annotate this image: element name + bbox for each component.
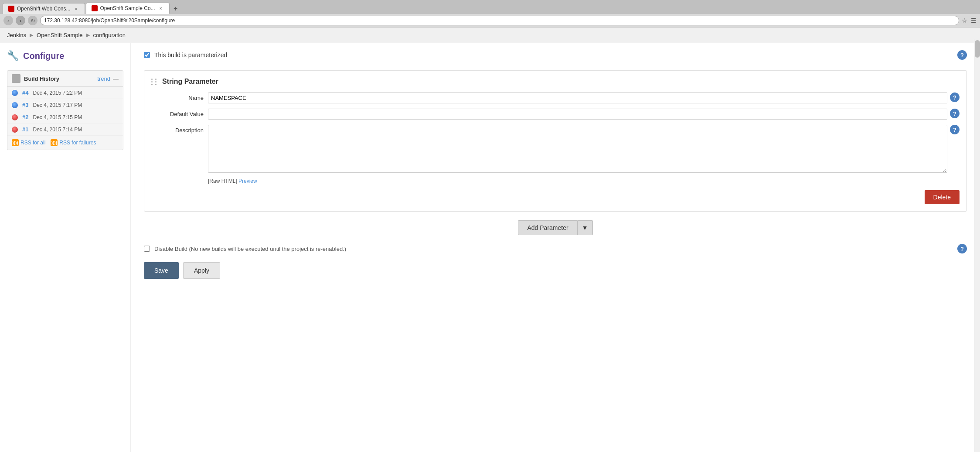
raw-html-row: [Raw HTML] Preview — [208, 178, 960, 184]
string-param-header: String Parameter — [151, 78, 960, 86]
build-history-icon — [12, 74, 20, 83]
delete-btn-row: Delete — [151, 190, 960, 204]
page-title: 🔧 Configure — [7, 50, 123, 62]
tab-1[interactable]: OpenShift Web Cons... × — [3, 3, 85, 14]
dash-icon: — — [113, 75, 119, 82]
parameterized-checkbox[interactable] — [144, 52, 150, 58]
add-param-button[interactable]: Add Parameter — [518, 220, 577, 235]
trend-link[interactable]: trend — [97, 75, 110, 82]
rss-all-label: RSS for all — [20, 140, 45, 146]
browser-icons: ☆ ☰ — [962, 17, 977, 24]
rss-failures-icon: )))) — [51, 139, 58, 146]
bottom-buttons: Save Apply — [144, 262, 967, 279]
default-value-label: Default Value — [151, 109, 204, 117]
default-value-row: Default Value ? — [151, 109, 960, 120]
build-link-3[interactable]: #3 — [22, 102, 28, 108]
name-row: Name ? — [151, 92, 960, 103]
drag-dot-4 — [155, 81, 157, 82]
new-tab-button[interactable]: + — [170, 3, 181, 14]
build-status-ball-1 — [12, 127, 18, 133]
parameterized-row: This build is parameterized ? — [144, 50, 967, 60]
wrench-icon: 🔧 — [7, 50, 19, 62]
rss-all-icon: )))) — [12, 139, 19, 146]
main-content: This build is parameterized ? — [131, 43, 980, 452]
tab-favicon-2 — [92, 5, 98, 11]
build-date-4: Dec 4, 2015 7:22 PM — [33, 90, 82, 96]
back-button[interactable]: ‹ — [3, 16, 13, 25]
raw-html-text: [Raw HTML] — [208, 178, 237, 184]
refresh-button[interactable]: ↻ — [28, 16, 37, 25]
page-layout: 🔧 Configure Build History trend — #4 Dec… — [0, 43, 980, 452]
disable-build-label[interactable]: Disable Build (No new builds will be exe… — [154, 246, 346, 252]
description-textarea[interactable] — [208, 125, 947, 173]
menu-icon[interactable]: ☰ — [971, 17, 977, 24]
build-status-ball-2 — [12, 114, 18, 120]
scrollbar-thumb — [975, 40, 980, 58]
description-row: Description ? — [151, 125, 960, 173]
drag-dot-5 — [151, 84, 153, 85]
rss-all-link[interactable]: )))) RSS for all — [12, 139, 45, 146]
string-param-section: String Parameter Name ? Default Value — [144, 70, 967, 212]
name-help-button[interactable]: ? — [950, 92, 960, 102]
breadcrumb-project[interactable]: OpenShift Sample — [37, 32, 83, 38]
address-bar-row: ‹ › ↻ ☆ ☰ — [0, 14, 980, 27]
build-link-2[interactable]: #2 — [22, 114, 28, 120]
tab-close-1[interactable]: × — [73, 6, 79, 12]
parameterized-label[interactable]: This build is parameterized — [154, 51, 227, 58]
parameterized-help-button[interactable]: ? — [957, 50, 967, 60]
build-history-panel: Build History trend — #4 Dec 4, 2015 7:2… — [7, 70, 123, 150]
tab-close-2[interactable]: × — [158, 5, 164, 11]
bookmark-icon[interactable]: ☆ — [962, 17, 967, 24]
description-help-button[interactable]: ? — [950, 125, 960, 134]
disable-build-help-button[interactable]: ? — [957, 244, 967, 253]
build-row-4: #4 Dec 4, 2015 7:22 PM — [7, 87, 123, 99]
tab-label-2: OpenShift Sample Co... — [100, 5, 155, 11]
tab-bar: OpenShift Web Cons... × OpenShift Sample… — [0, 0, 980, 14]
rss-row: )))) RSS for all )))) RSS for failures — [7, 136, 123, 150]
forward-button[interactable]: › — [16, 16, 25, 25]
breadcrumb-sep-1: ▶ — [30, 32, 33, 38]
tab-2[interactable]: OpenShift Sample Co... × — [86, 3, 170, 14]
drag-dot-6 — [155, 84, 157, 85]
tab-label-1: OpenShift Web Cons... — [17, 6, 71, 12]
build-link-4[interactable]: #4 — [22, 89, 28, 96]
rss-failures-link[interactable]: )))) RSS for failures — [51, 139, 96, 146]
build-row-1: #1 Dec 4, 2015 7:14 PM — [7, 123, 123, 136]
default-value-input[interactable] — [208, 109, 947, 120]
name-label: Name — [151, 92, 204, 101]
rss-failures-label: RSS for failures — [59, 140, 96, 146]
build-history-title: Build History — [24, 75, 59, 82]
build-date-1: Dec 4, 2015 7:14 PM — [33, 127, 82, 133]
drag-dot-1 — [151, 79, 153, 80]
disable-build-checkbox[interactable] — [144, 246, 150, 252]
build-history-header-left: Build History — [12, 74, 59, 83]
breadcrumb-sep-2: ▶ — [86, 32, 90, 38]
default-value-field-wrap: ? — [208, 109, 960, 120]
build-date-2: Dec 4, 2015 7:15 PM — [33, 114, 82, 120]
build-status-ball-3 — [12, 102, 18, 108]
add-param-dropdown-button[interactable]: ▼ — [578, 220, 593, 235]
build-date-3: Dec 4, 2015 7:17 PM — [33, 102, 82, 108]
delete-button[interactable]: Delete — [925, 190, 960, 204]
name-input[interactable] — [208, 92, 947, 103]
preview-link[interactable]: Preview — [238, 178, 257, 184]
address-input[interactable] — [40, 16, 959, 25]
default-value-help-button[interactable]: ? — [950, 109, 960, 118]
sidebar: 🔧 Configure Build History trend — #4 Dec… — [0, 43, 131, 452]
disable-build-row: Disable Build (No new builds will be exe… — [144, 244, 967, 253]
build-history-header: Build History trend — — [7, 71, 123, 87]
breadcrumb-config: configuration — [93, 32, 126, 38]
save-button[interactable]: Save — [144, 262, 179, 279]
apply-button[interactable]: Apply — [183, 262, 220, 279]
build-row-3: #3 Dec 4, 2015 7:17 PM — [7, 99, 123, 111]
browser-chrome: OpenShift Web Cons... × OpenShift Sample… — [0, 0, 980, 27]
tab-favicon-1 — [8, 6, 14, 12]
breadcrumb: Jenkins ▶ OpenShift Sample ▶ configurati… — [0, 27, 980, 43]
scrollbar[interactable] — [974, 39, 980, 452]
drag-dot-3 — [151, 81, 153, 82]
add-param-row: Add Parameter ▼ — [144, 220, 967, 235]
breadcrumb-jenkins[interactable]: Jenkins — [7, 32, 26, 38]
build-link-1[interactable]: #1 — [22, 126, 28, 133]
drag-handle[interactable] — [151, 79, 158, 85]
description-field-wrap: ? — [208, 125, 960, 173]
